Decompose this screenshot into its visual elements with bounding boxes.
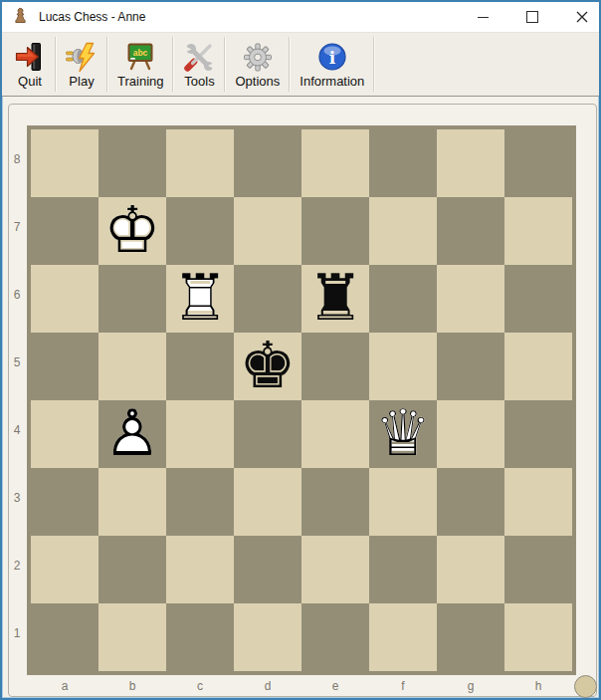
square-g6[interactable] [437,265,504,333]
rank-label-1: 1 [9,599,25,667]
square-d2[interactable] [234,536,301,603]
square-d3[interactable] [234,468,301,536]
square-c1[interactable] [166,603,234,671]
play-label: Play [69,74,94,89]
piece-white-pawn-b4[interactable]: ♟♙ [99,400,166,468]
square-c3[interactable] [166,468,234,536]
square-a7[interactable] [31,197,99,265]
square-c5[interactable] [166,333,234,400]
square-b1[interactable] [99,603,166,671]
file-label-d: d [234,677,301,695]
square-d4[interactable] [234,400,301,468]
file-label-g: g [437,677,504,695]
piece-white-rook-c6[interactable]: ♜♖ [166,265,234,333]
minimize-icon [478,17,489,18]
square-e1[interactable] [301,603,369,671]
toolbar: Quit Play abc Training [2,33,599,97]
square-c7[interactable] [166,197,234,265]
square-h2[interactable] [504,536,572,603]
tools-button[interactable]: Tools [174,33,224,96]
tools-label: Tools [184,74,214,89]
square-f3[interactable] [369,468,437,536]
square-f7[interactable] [369,197,437,265]
square-h4[interactable] [504,400,572,468]
rank-label-2: 2 [9,532,25,599]
square-e5[interactable] [301,333,369,400]
options-button[interactable]: Options [226,33,289,96]
options-gear-icon [242,42,274,73]
square-f6[interactable] [369,265,437,333]
piece-white-queen-f4[interactable]: ♛♕ [369,400,437,468]
file-label-f: f [369,677,437,695]
piece-white-king-b7[interactable]: ♚♔ [99,197,166,265]
training-button[interactable]: abc Training [108,33,172,96]
square-f8[interactable] [369,129,437,197]
piece-black-king-d5[interactable]: ♚ [234,333,301,400]
square-h6[interactable] [504,265,572,333]
square-e4[interactable] [301,400,369,468]
maximize-button[interactable] [515,2,549,32]
square-d1[interactable] [234,603,301,671]
square-c4[interactable] [166,400,234,468]
square-g5[interactable] [437,333,504,400]
turn-indicator[interactable] [574,675,597,698]
square-a6[interactable] [31,265,99,333]
square-f2[interactable] [369,536,437,603]
square-e7[interactable] [301,197,369,265]
play-plug-lightning-icon [66,42,98,73]
square-h8[interactable] [504,129,572,197]
square-g8[interactable] [437,129,504,197]
close-button[interactable] [565,2,599,32]
square-f1[interactable] [369,603,437,671]
pawn-icon [13,7,28,27]
rank-label-7: 7 [9,193,25,261]
square-c2[interactable] [166,536,234,603]
file-label-c: c [166,677,234,695]
title-bar: Lucas Chess - Anne [2,2,599,33]
rank-label-4: 4 [9,396,25,464]
square-b3[interactable] [99,468,166,536]
piece-black-rook-e6[interactable]: ♜ [301,265,369,333]
square-b8[interactable] [99,129,166,197]
square-g2[interactable] [437,536,504,603]
square-g7[interactable] [437,197,504,265]
square-e3[interactable] [301,468,369,536]
square-g3[interactable] [437,468,504,536]
square-a4[interactable] [31,400,99,468]
training-label: Training [117,74,163,89]
square-a8[interactable] [31,129,99,197]
information-button[interactable]: i Information [291,33,373,96]
rank-label-8: 8 [9,125,25,193]
file-label-a: a [31,677,99,695]
options-label: Options [235,74,280,89]
square-d7[interactable] [234,197,301,265]
window-controls [466,2,599,32]
square-a3[interactable] [31,468,99,536]
square-b6[interactable] [99,265,166,333]
lucas-chess-window: { "window": { "title": "Lucas Chess - An… [0,0,601,700]
square-h5[interactable] [504,333,572,400]
square-h1[interactable] [504,603,572,671]
square-h3[interactable] [504,468,572,536]
square-e8[interactable] [301,129,369,197]
square-d8[interactable] [234,129,301,197]
square-d6[interactable] [234,265,301,333]
svg-text:i: i [329,48,336,68]
square-h7[interactable] [504,197,572,265]
file-label-e: e [301,677,369,695]
square-a1[interactable] [31,603,99,671]
square-c8[interactable] [166,129,234,197]
square-b5[interactable] [99,333,166,400]
quit-button[interactable]: Quit [5,33,55,96]
play-button[interactable]: Play [57,33,106,96]
square-e2[interactable] [301,536,369,603]
square-a2[interactable] [31,536,99,603]
rank-label-5: 5 [9,329,25,396]
square-a5[interactable] [31,333,99,400]
square-g4[interactable] [437,400,504,468]
minimize-button[interactable] [466,2,500,32]
square-g1[interactable] [437,603,504,671]
square-f5[interactable] [369,333,437,400]
toolbar-separator [373,37,375,92]
square-b2[interactable] [99,536,166,603]
